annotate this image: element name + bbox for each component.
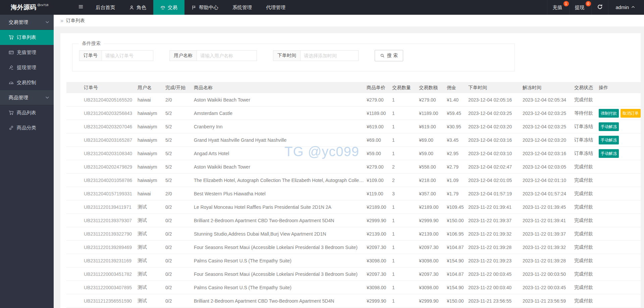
cell-price: ¥3098.00	[367, 285, 392, 290]
cell-price: ¥109.00	[367, 178, 392, 183]
cell-commission: ¥3.45	[447, 137, 468, 143]
nav-item-label: 帮助中心	[199, 4, 218, 11]
cell-status: 完成付款	[574, 177, 599, 183]
nav-item-backend-home[interactable]: 后台首页	[89, 0, 122, 15]
table-row: UB2311220139231169测试0/2Palms Casino Reso…	[66, 254, 641, 267]
cell-unfreeze_time: 2023-12-04 02:01:10	[523, 178, 574, 183]
cell-ratio: 2/0	[165, 97, 194, 103]
cell-product: The Elizabeth Hotel, Autograph Collectio…	[194, 178, 367, 183]
cell-commission: ¥2.79	[447, 164, 468, 170]
cell-ratio: 0/2	[165, 271, 194, 277]
username-input[interactable]	[197, 50, 257, 61]
cell-user: 测试	[138, 218, 165, 224]
breadcrumb: » 订单列表	[54, 15, 644, 26]
table-row: UB2311220139289469测试0/2Four Seasons Reso…	[66, 241, 641, 254]
sidebar-item-product-category[interactable]: 商品分类	[0, 120, 54, 135]
cell-price: ¥619.00	[367, 124, 392, 129]
sidebar-item-trade-control[interactable]: 交易控制	[0, 75, 54, 90]
page-title: 订单列表	[66, 18, 85, 24]
table-row: UB2312040203165287haiwaiym5/2Grand Hyatt…	[66, 133, 641, 147]
nav-item-help-center[interactable]: 帮助中心	[184, 0, 225, 15]
search-form-row: 订单号 用户名称 下单时间 搜 索	[79, 50, 515, 61]
cell-ratio: 5/2	[165, 111, 194, 116]
cell-amount: ¥59.00	[419, 151, 447, 156]
cell-commission: ¥150.00	[447, 218, 468, 223]
nav-item-agent-management[interactable]: 代理管理	[259, 0, 292, 15]
cell-status: 完成付款	[574, 244, 599, 250]
cell-order_time: 2023-12-04 02:03:20	[468, 124, 523, 129]
withdraw-button[interactable]: 提现 0	[569, 0, 591, 15]
search-button[interactable]: 搜 索	[375, 50, 403, 61]
cell-product: Brilliant 2-Bedroom Apartment CBD Two-Be…	[194, 218, 367, 223]
gauge-icon	[9, 80, 14, 85]
cell-user: 测试	[138, 271, 165, 277]
sidebar-item-product-list[interactable]: 商品列表	[0, 105, 54, 120]
menu-toggle-button[interactable]	[73, 0, 89, 15]
cell-amount: ¥2999.90	[419, 218, 447, 223]
cell-status: 完成付款	[574, 231, 599, 237]
table-body: UB2312040205165520haiwai2/0Aston Waikiki…	[66, 93, 641, 308]
cancel-order-button[interactable]: 取消订单	[621, 109, 641, 118]
table-row: UB2312040203256843haiwaiym5/2Amsterdam C…	[66, 107, 641, 120]
cell-product: Le Royal Monceau Hotel Raffles Paris Pre…	[194, 204, 367, 210]
cell-commission: ¥1.09	[447, 178, 468, 183]
recharge-label: 充值	[553, 4, 562, 11]
link-icon	[9, 125, 14, 130]
cell-order_no: UB2312040203207046	[66, 124, 138, 129]
recharge-button[interactable]: 充值 1	[547, 0, 569, 15]
column-header-actions: 操作	[599, 85, 641, 91]
cell-amount: ¥2097.30	[419, 245, 447, 250]
username: admin	[616, 5, 629, 10]
cell-unfreeze_time: 2023-11-22 00:03:50	[523, 271, 574, 277]
cell-order_no: UB2311220139231169	[66, 258, 138, 263]
nav-item-roles[interactable]: 角色	[122, 0, 153, 15]
cell-actions: 手动解冻	[599, 149, 641, 158]
order-no-input[interactable]	[102, 50, 153, 61]
cell-ratio: 2/0	[165, 191, 194, 196]
cell-commission: ¥2.95	[447, 151, 468, 156]
manual-unfreeze-button[interactable]: 手动解冻	[599, 136, 619, 144]
username-field-group: 用户名称	[169, 50, 257, 61]
sidebar-group-product-management[interactable]: 商品管理	[0, 90, 54, 105]
cell-user: haiwai	[138, 191, 165, 196]
cell-order_no: UB2311220139289469	[66, 245, 138, 250]
sidebar-item-order-list[interactable]: 订单列表	[0, 30, 54, 45]
cell-price: ¥3098.00	[367, 258, 392, 263]
cell-user: haiwaiym	[138, 124, 165, 129]
column-header-amount: 交易数额	[419, 85, 447, 91]
sidebar-group-trade-management[interactable]: 交易管理	[0, 15, 54, 30]
cell-order_time: 2023-11-22 01:39:32	[468, 231, 523, 237]
cell-commission: ¥109.45	[447, 204, 468, 210]
cell-commission: ¥106.95	[447, 231, 468, 237]
cell-unfreeze_time: 2023-11-22 01:39:41	[523, 218, 574, 223]
user-menu[interactable]: admin	[608, 0, 644, 15]
cell-status: 完成付款	[574, 218, 599, 224]
refresh-button[interactable]	[591, 0, 608, 15]
manual-unfreeze-button[interactable]: 手动解冻	[599, 149, 619, 158]
sidebar-item-recharge-management[interactable]: 充值管理	[0, 45, 54, 60]
cell-order_time: 2023-12-04 02:05:16	[468, 97, 523, 103]
cell-qty: 1	[392, 137, 419, 143]
nav-item-trade[interactable]: 交易	[153, 0, 184, 15]
nav-item-system-management[interactable]: 系统管理	[225, 0, 259, 15]
brand-logo[interactable]: 海外源码@cv718	[0, 0, 73, 15]
manual-unfreeze-button[interactable]: 手动解冻	[599, 122, 619, 131]
cell-qty: 1	[392, 258, 419, 263]
column-header-product: 商品名称	[194, 85, 367, 91]
cell-commission: ¥30.95	[447, 124, 468, 129]
table-row: UB2312040202479829haiwaiym5/2Aston Waiki…	[66, 160, 641, 174]
withdraw-label: 提现	[575, 4, 585, 11]
column-header-order_time: 下单时间	[468, 85, 523, 91]
force-pay-button[interactable]: 强制付款	[599, 109, 619, 118]
sidebar-item-label: 充值管理	[17, 49, 36, 56]
cell-unfreeze_time: 2023-12-04 02:05:34	[523, 97, 574, 103]
cell-qty: 1	[392, 285, 419, 290]
cell-status: 完成付款	[574, 298, 599, 304]
sidebar-item-withdraw-management[interactable]: 提现管理	[0, 60, 54, 75]
cell-unfreeze_time: 2023-11-22 00:03:45	[523, 285, 574, 290]
order-time-input[interactable]	[301, 50, 359, 61]
cell-amount: ¥2139.00	[419, 231, 447, 237]
cell-order_time: 2023-12-04 02:03:16	[468, 137, 523, 143]
cell-status: 完成付款	[574, 285, 599, 291]
cell-order_time: 2023-11-22 01:39:37	[468, 218, 523, 223]
